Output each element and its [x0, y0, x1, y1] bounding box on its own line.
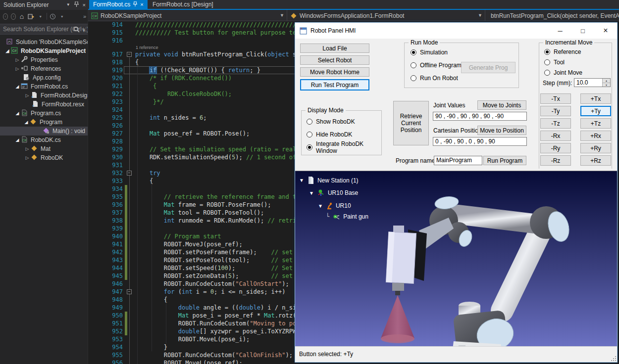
- tree-item-robodk[interactable]: ▷RoboDK: [0, 153, 88, 162]
- jog-minus-tx-button[interactable]: -Tx: [540, 93, 571, 104]
- tree-item-program-cs[interactable]: ◢C#Program.cs: [0, 109, 88, 118]
- tab-formrobot-cs[interactable]: FormRobot.cs ×: [89, 0, 148, 9]
- close-icon[interactable]: ×: [140, 0, 143, 9]
- type-dropdown[interactable]: WindowsFormsApplication1.FormRobot ▼: [287, 10, 485, 21]
- expanded-arrow-icon[interactable]: ◢: [14, 136, 21, 144]
- tree-item-program[interactable]: ◢Program: [0, 118, 88, 127]
- maximize-button[interactable]: □: [571, 23, 594, 39]
- jog-plusminus-ty-button[interactable]: +Ty: [580, 106, 611, 116]
- tree-item-references[interactable]: ▷References: [0, 64, 88, 73]
- radio-icon[interactable]: [411, 49, 416, 55]
- station-item-new-station-1[interactable]: ▼New Station (1): [299, 176, 359, 184]
- jog-minus-ty-button[interactable]: -Ty: [540, 106, 571, 116]
- expanded-arrow-icon[interactable]: ◢: [23, 118, 30, 127]
- close-icon[interactable]: ×: [83, 0, 86, 10]
- step-down-icon[interactable]: ▼: [602, 83, 610, 87]
- tree-item-properties[interactable]: ▷Properties: [0, 55, 88, 64]
- fold-collapse-icon[interactable]: −: [127, 52, 132, 57]
- project-dropdown[interactable]: C# RoboDKSampleProject ▼: [88, 10, 287, 21]
- home-icon[interactable]: ⌂: [19, 12, 25, 20]
- pin-icon[interactable]: [74, 0, 79, 10]
- chevron-down-icon[interactable]: ▼: [38, 12, 44, 20]
- resize-grip[interactable]: [610, 355, 616, 361]
- collapsed-arrow-icon[interactable]: ▷: [24, 91, 31, 100]
- fold-collapse-icon[interactable]: −: [127, 289, 132, 294]
- tree-item-mat[interactable]: ▷Mat: [0, 144, 88, 153]
- robodk-3d-view[interactable]: ▼New Station (1)▼UR10 Base▼UR10└Paint gu…: [295, 171, 617, 346]
- tree-item-formrobot-resx[interactable]: FormRobot.resx: [0, 100, 88, 109]
- expanded-arrow-icon[interactable]: ▼: [309, 190, 314, 196]
- dialog-title-bar[interactable]: Robot Panel HMI ─ □ ×: [295, 23, 617, 39]
- run-mode-radio-simulation[interactable]: Simulation: [411, 49, 474, 56]
- radio-icon[interactable]: [307, 132, 312, 137]
- cartesian-position-input[interactable]: 0 , -90 , 90 , 0 , 90 , 90: [433, 137, 527, 146]
- tree-item-app-config[interactable]: App.config: [0, 73, 88, 82]
- move-robot-home-button[interactable]: Move Robot Home: [300, 67, 369, 77]
- program-name-input[interactable]: MainProgram: [434, 156, 482, 165]
- radio-icon[interactable]: [307, 144, 312, 150]
- jog-plusminus-ry-button[interactable]: +Ry: [580, 143, 611, 153]
- incremental-mode-radio-reference[interactable]: Reference: [544, 48, 582, 55]
- jog-minus-rz-button[interactable]: -Rz: [540, 155, 571, 166]
- collapsed-arrow-icon[interactable]: ▷: [24, 144, 31, 153]
- run-test-program-button[interactable]: Run Test Program: [300, 79, 369, 91]
- load-file-button[interactable]: Load File: [300, 44, 369, 53]
- move-to-position-button[interactable]: Move to Position: [477, 126, 526, 135]
- jog-plusminus-tx-button[interactable]: +Tx: [580, 93, 611, 104]
- radio-icon[interactable]: [307, 119, 312, 125]
- expanded-arrow-icon[interactable]: ◢: [14, 109, 21, 118]
- jog-minus-tz-button[interactable]: -Tz: [540, 118, 571, 129]
- joint-values-input[interactable]: 90 , -90 , 90 , 90 , 90 , -90: [433, 112, 527, 121]
- station-item-ur10[interactable]: ▼UR10: [318, 202, 351, 210]
- tree-item-robodk-cs[interactable]: ◢C#RoboDK.cs: [0, 136, 88, 144]
- step-stepper[interactable]: 10.0 ▲ ▼: [574, 78, 611, 87]
- select-robot-button[interactable]: Select Robot: [300, 55, 369, 65]
- incremental-mode-radio-joint-move[interactable]: Joint Move: [544, 69, 582, 76]
- search-icon[interactable]: [73, 26, 80, 35]
- station-item-ur10-base[interactable]: ▼UR10 Base: [309, 189, 358, 197]
- expanded-arrow-icon[interactable]: ◢: [14, 82, 21, 91]
- tree-item-formrobot-cs[interactable]: ◢FormRobot.cs: [0, 82, 88, 91]
- radio-icon[interactable]: [411, 62, 416, 68]
- station-item-paint-gun[interactable]: └Paint gun: [326, 213, 368, 221]
- expanded-arrow-icon[interactable]: ◢: [4, 46, 11, 55]
- jog-plusminus-rx-button[interactable]: +Rx: [580, 131, 611, 141]
- run-mode-radio-run-on-robot[interactable]: Run On Robot: [411, 75, 474, 82]
- radio-icon[interactable]: [544, 70, 550, 76]
- minimize-button[interactable]: ─: [549, 23, 571, 39]
- tree-item-formrobot-designer-cs[interactable]: ▷FormRobot.Designer.cs: [0, 91, 88, 100]
- jog-minus-rx-button[interactable]: -Rx: [540, 131, 571, 141]
- sync-active-document-icon[interactable]: [28, 12, 35, 20]
- display-mode-radio-integrate-robodk-window[interactable]: Integrate RoboDK Window: [307, 144, 381, 151]
- collapsed-arrow-icon[interactable]: ▷: [24, 153, 31, 162]
- member-dropdown[interactable]: btnRunTestProgram_Click(object sender, E…: [485, 10, 619, 21]
- display-mode-radio-show-robodk[interactable]: Show RoboDK: [307, 118, 381, 125]
- toolbar-overflow-icon[interactable]: »: [82, 12, 88, 20]
- jog-minus-ry-button[interactable]: -Ry: [540, 143, 571, 153]
- pin-icon[interactable]: [133, 0, 137, 9]
- chevron-down-icon[interactable]: ▼: [59, 12, 65, 20]
- close-button[interactable]: ×: [594, 23, 617, 39]
- fold-collapse-icon[interactable]: −: [127, 171, 132, 176]
- retrieve-position-button[interactable]: Retrieve Current Position: [393, 101, 429, 145]
- display-mode-radio-hide-robodk[interactable]: Hide RoboDK: [307, 131, 381, 138]
- tab-formrobot-cs-design[interactable]: FormRobot.cs [Design]: [149, 0, 217, 9]
- incremental-mode-radio-tool[interactable]: Tool: [544, 59, 582, 66]
- expanded-arrow-icon[interactable]: ▼: [299, 178, 304, 183]
- jog-plusminus-tz-button[interactable]: +Tz: [580, 118, 611, 129]
- step-up-icon[interactable]: ▲: [602, 79, 610, 83]
- forward-icon[interactable]: ›: [11, 13, 16, 20]
- back-icon[interactable]: ‹: [3, 13, 8, 20]
- chevron-down-icon[interactable]: ▼: [66, 0, 70, 10]
- move-to-joints-button[interactable]: Move to Joints: [477, 100, 526, 110]
- collapsed-arrow-icon[interactable]: ▷: [14, 55, 21, 64]
- chevron-down-icon[interactable]: ▼: [82, 26, 86, 35]
- pending-changes-filter-icon[interactable]: [50, 12, 56, 20]
- radio-icon[interactable]: [544, 49, 550, 55]
- jog-plusminus-rz-button[interactable]: +Rz: [580, 155, 611, 166]
- search-input[interactable]: Search Solution Explorer (Ctrl+;) ▼: [0, 24, 88, 35]
- collapsed-arrow-icon[interactable]: ▷: [14, 64, 21, 73]
- run-program-button[interactable]: Run Program: [483, 156, 526, 165]
- radio-icon[interactable]: [544, 59, 550, 65]
- expanded-arrow-icon[interactable]: ▼: [318, 203, 323, 209]
